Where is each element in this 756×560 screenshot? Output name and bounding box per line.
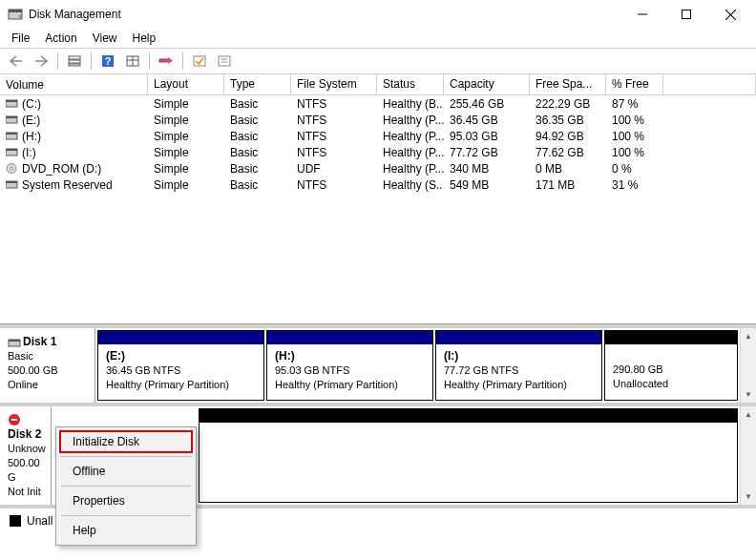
volume-filesystem: NTFS <box>291 178 377 192</box>
disk-1-info: Disk 1 Basic 500.00 GB Online <box>0 328 95 403</box>
partition[interactable]: 290.80 GBUnallocated <box>604 330 738 401</box>
volume-icon <box>6 163 18 174</box>
ctx-properties[interactable]: Properties <box>59 489 193 512</box>
col-status[interactable]: Status <box>377 74 444 94</box>
col-volume[interactable]: Volume <box>0 74 148 94</box>
svg-rect-16 <box>194 56 205 66</box>
col-filesystem[interactable]: File System <box>291 74 377 94</box>
volume-type: Basic <box>224 130 291 143</box>
col-capacity[interactable]: Capacity <box>444 74 530 94</box>
volume-pctfree: 31 % <box>606 178 663 192</box>
partition[interactable]: (H:)95.03 GB NTFSHealthy (Primary Partit… <box>266 330 433 401</box>
disk-2-size: 500.00 G <box>8 457 40 483</box>
volume-pctfree: 100 % <box>606 114 663 127</box>
disk-2-info: Disk 2 Unknow 500.00 G Not Init <box>0 406 52 505</box>
volume-name: System Reserved <box>22 178 113 192</box>
volume-freespace: 77.62 GB <box>530 146 606 159</box>
volume-row[interactable]: (C:)SimpleBasicNTFSHealthy (B...255.46 G… <box>0 95 756 112</box>
partition-size: 95.03 GB NTFS <box>275 364 349 376</box>
menu-file[interactable]: File <box>4 30 37 47</box>
partition-title: (H:) <box>275 349 295 363</box>
partition-size: 36.45 GB NTFS <box>106 364 180 376</box>
col-type[interactable]: Type <box>224 74 291 94</box>
view-list-button[interactable] <box>122 51 143 72</box>
col-freespace[interactable]: Free Spa... <box>530 74 606 94</box>
volume-table-body[interactable]: (C:)SimpleBasicNTFSHealthy (B...255.46 G… <box>0 95 756 324</box>
partition[interactable]: (E:)36.45 GB NTFSHealthy (Primary Partit… <box>97 330 264 401</box>
menu-view[interactable]: View <box>85 30 125 47</box>
col-layout[interactable]: Layout <box>148 74 224 94</box>
menu-help[interactable]: Help <box>125 30 164 47</box>
scroll-down-icon[interactable]: ▼ <box>741 386 756 403</box>
partition-bar <box>605 331 737 344</box>
menu-bar: File Action View Help <box>0 29 756 48</box>
col-extra[interactable] <box>663 74 756 94</box>
legend-unallocated-swatch <box>10 515 21 527</box>
volume-freespace: 222.29 GB <box>530 97 606 111</box>
volume-row[interactable]: (I:)SimpleBasicNTFSHealthy (P...77.72 GB… <box>0 144 756 160</box>
volume-type: Basic <box>224 162 291 176</box>
action-button[interactable] <box>156 51 177 72</box>
checkbox-button[interactable] <box>189 51 210 72</box>
partition-bar <box>267 331 432 344</box>
volume-filesystem: NTFS <box>291 114 377 127</box>
volume-icon <box>6 179 18 190</box>
svg-rect-17 <box>219 56 230 66</box>
col-pctfree[interactable]: % Free <box>606 74 663 94</box>
volume-name: (H:) <box>22 130 41 143</box>
ctx-offline[interactable]: Offline <box>59 460 193 483</box>
view-large-button[interactable] <box>64 51 85 72</box>
context-menu: Initialize Disk Offline Properties Help <box>55 426 197 546</box>
volume-row[interactable]: (E:)SimpleBasicNTFSHealthy (P...36.45 GB… <box>0 112 756 128</box>
disk-1-state: Online <box>8 379 38 390</box>
disk-1-title: Disk 1 <box>23 335 56 348</box>
scroll-down-icon[interactable]: ▼ <box>741 488 756 505</box>
svg-rect-33 <box>9 340 20 342</box>
help-button[interactable]: ? <box>97 51 118 72</box>
partition-size: 77.72 GB NTFS <box>444 364 518 376</box>
menu-action[interactable]: Action <box>37 30 84 47</box>
volume-icon <box>6 114 18 125</box>
back-button[interactable] <box>6 51 27 72</box>
toolbar: ? <box>0 48 756 74</box>
volume-freespace: 94.92 GB <box>530 130 606 143</box>
volume-row[interactable]: System ReservedSimpleBasicNTFSHealthy (S… <box>0 176 756 193</box>
volume-layout: Simple <box>148 130 224 143</box>
disk-1-type: Basic <box>8 350 33 362</box>
volume-pctfree: 0 % <box>606 162 663 176</box>
ctx-initialize-disk[interactable]: Initialize Disk <box>59 430 193 453</box>
disk-row-1[interactable]: Disk 1 Basic 500.00 GB Online (E:)36.45 … <box>0 328 756 406</box>
volume-capacity: 36.45 GB <box>444 114 530 127</box>
properties-button[interactable] <box>214 51 235 72</box>
disk-2-type: Unknow <box>8 443 46 454</box>
volume-icon <box>6 147 18 157</box>
close-button[interactable] <box>708 0 752 29</box>
partition-bar <box>98 331 263 344</box>
disk-pane-scrollbar[interactable]: ▲ ▼ <box>740 328 756 403</box>
volume-status: Healthy (S... <box>377 178 444 192</box>
volume-filesystem: NTFS <box>291 130 377 143</box>
volume-capacity: 549 MB <box>444 178 530 192</box>
volume-status: Healthy (P... <box>377 114 444 127</box>
partition[interactable]: (I:)77.72 GB NTFSHealthy (Primary Partit… <box>435 330 602 401</box>
disk-2-partitions <box>197 406 740 505</box>
partition-body: (I:)77.72 GB NTFSHealthy (Primary Partit… <box>436 344 601 400</box>
volume-icon <box>6 98 18 109</box>
volume-row[interactable]: (H:)SimpleBasicNTFSHealthy (P...95.03 GB… <box>0 128 756 144</box>
scroll-up-icon[interactable]: ▲ <box>741 406 756 423</box>
ctx-help[interactable]: Help <box>59 519 193 542</box>
disk-pane-scrollbar-2[interactable]: ▲ ▼ <box>740 406 756 505</box>
title-bar: Disk Management <box>0 0 756 29</box>
maximize-button[interactable] <box>664 0 708 29</box>
partition-body: (E:)36.45 GB NTFSHealthy (Primary Partit… <box>98 344 263 400</box>
volume-row[interactable]: DVD_ROM (D:)SimpleBasicUDFHealthy (P...3… <box>0 160 756 176</box>
ctx-separator <box>61 515 191 516</box>
volume-freespace: 0 MB <box>530 162 606 176</box>
forward-button[interactable] <box>31 51 52 72</box>
disk-error-icon <box>8 413 21 426</box>
minimize-button[interactable] <box>620 0 664 29</box>
volume-filesystem: UDF <box>291 162 377 176</box>
volume-name: (E:) <box>22 114 40 127</box>
scroll-up-icon[interactable]: ▲ <box>741 328 756 344</box>
disk-2-unallocated[interactable] <box>199 408 738 503</box>
